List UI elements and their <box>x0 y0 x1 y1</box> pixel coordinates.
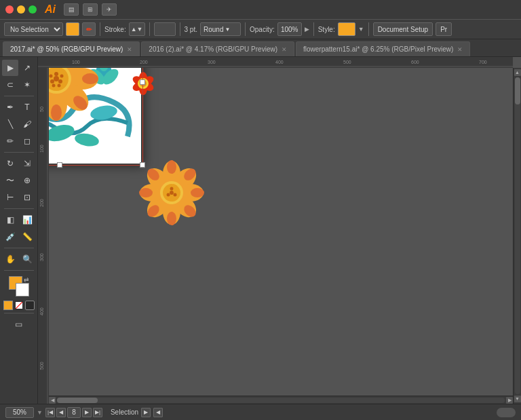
scroll-right-button[interactable]: ▶ <box>506 397 513 404</box>
minimize-button[interactable] <box>17 5 25 14</box>
scroll-left-button[interactable]: ◀ <box>49 397 56 404</box>
pr-button[interactable]: Pr <box>436 22 452 36</box>
line-tool[interactable]: ╲ <box>2 116 18 132</box>
stroke-indicator[interactable] <box>14 301 24 310</box>
prev-page-button[interactable]: ◀ <box>56 408 66 417</box>
stroke-width-stepper[interactable]: ▲ ▼ <box>129 22 145 36</box>
svg-point-39 <box>51 104 62 121</box>
statusbar: ▼ |◀ ◀ ▶ ▶| Selection ▶ ◀ <box>0 404 521 420</box>
close-button[interactable] <box>5 5 14 14</box>
svg-point-52 <box>52 83 56 87</box>
tool-row-line: ╲ 🖌 <box>2 116 35 132</box>
page-number-input[interactable] <box>67 407 81 418</box>
scale-tool[interactable]: ⇲ <box>19 155 35 172</box>
hand-tool[interactable]: ✋ <box>2 251 18 267</box>
slice-tool[interactable]: ⊢ <box>2 189 18 206</box>
artboard[interactable] <box>38 57 141 164</box>
chart-tool[interactable]: 📊 <box>19 212 35 228</box>
style-swatch[interactable] <box>338 22 355 36</box>
paintbrush-tool[interactable]: 🖌 <box>19 116 35 132</box>
send-icon[interactable]: ✈ <box>102 3 117 16</box>
traffic-lights <box>5 5 37 14</box>
svg-text:200: 200 <box>39 199 44 207</box>
style-expand[interactable]: ▼ <box>358 26 364 33</box>
preview-toggle[interactable] <box>497 408 516 417</box>
titlebar: Ai ▤ ⊞ ✈ <box>0 0 521 19</box>
tool-sep-2 <box>4 152 34 153</box>
tool-sep-5 <box>4 270 34 271</box>
screen-mode-tool[interactable]: ▭ <box>4 316 34 332</box>
maximize-button[interactable] <box>28 5 37 14</box>
canvas-area[interactable]: 100 200 300 400 500 600 700 50 100 200 3… <box>38 57 521 404</box>
round-dropdown[interactable]: Round ▼ <box>200 22 241 36</box>
svg-text:700: 700 <box>479 60 487 64</box>
svg-point-148 <box>167 212 176 225</box>
svg-point-154 <box>170 191 174 195</box>
svg-text:200: 200 <box>140 60 148 64</box>
flower-bottomright <box>138 159 206 228</box>
lasso-tool[interactable]: ⊂ <box>2 77 18 93</box>
status-right <box>497 408 516 417</box>
stroke-icon[interactable]: ✏ <box>82 22 96 36</box>
tab-2-close[interactable]: ✕ <box>457 46 463 53</box>
select-tool[interactable]: ▶ <box>2 60 18 76</box>
svg-point-51 <box>58 83 61 87</box>
measure-tool[interactable]: 📏 <box>19 229 35 245</box>
pen-tool[interactable]: ✒ <box>2 99 18 115</box>
magic-wand-tool[interactable]: ✶ <box>19 77 35 93</box>
tab-1-close[interactable]: ✕ <box>282 46 287 53</box>
rotate-tool[interactable]: ↻ <box>2 155 18 172</box>
stroke-color[interactable] <box>16 283 29 297</box>
tab-1[interactable]: 2016 (2).ai* @ 4.17% (RGB/GPU Preview) ✕ <box>141 41 294 56</box>
stroke-width-input[interactable] <box>154 22 176 36</box>
document-setup-button[interactable]: Document Setup <box>373 22 433 36</box>
tab-0[interactable]: 2017.ai* @ 50% (RGB/GPU Preview) ✕ <box>3 41 140 56</box>
warp-tool[interactable]: 〜 <box>2 172 18 189</box>
stop-button[interactable]: ◀ <box>153 408 163 417</box>
workspace-icon[interactable]: ⊞ <box>83 3 98 16</box>
fill-color-swatch[interactable] <box>66 22 79 36</box>
play-button[interactable]: ▶ <box>141 408 151 417</box>
zoom-tool[interactable]: 🔍 <box>19 251 35 267</box>
scroll-up-button[interactable]: ▲ <box>514 69 521 76</box>
svg-text:100: 100 <box>72 60 80 64</box>
selection-dropdown[interactable]: No Selection <box>4 22 63 36</box>
zoom-dropdown-arrow[interactable]: ▼ <box>37 409 43 416</box>
scrollbar-vertical[interactable]: ▲ ▼ <box>513 68 521 404</box>
tab-0-close[interactable]: ✕ <box>127 46 132 53</box>
swap-colors-icon[interactable]: ⇄ <box>24 276 29 283</box>
svg-point-144 <box>167 160 176 174</box>
scroll-thumb[interactable] <box>515 77 520 104</box>
none-color[interactable] <box>25 301 35 310</box>
scroll-h-thumb[interactable] <box>57 398 98 403</box>
next-page-button[interactable]: ▶ <box>82 408 92 417</box>
zoom-input[interactable] <box>5 407 34 418</box>
tool-row-slice: ⊢ ⊡ <box>2 189 35 206</box>
eraser-tool[interactable]: ◻ <box>19 133 35 149</box>
direct-select-tool[interactable]: ↗ <box>19 60 35 76</box>
scrollbar-horizontal[interactable]: ◀ ▶ <box>49 396 513 404</box>
svg-point-156 <box>167 193 170 196</box>
separator-6 <box>368 22 369 36</box>
scroll-down-button[interactable]: ▼ <box>514 396 521 402</box>
zoom-crop-tool[interactable]: ⊡ <box>19 189 35 206</box>
tool-row-select: ▶ ↗ <box>2 60 35 76</box>
eyedropper-tool[interactable]: 💉 <box>2 229 18 245</box>
opacity-input[interactable] <box>277 22 302 36</box>
svg-text:100: 100 <box>39 145 44 153</box>
opacity-expand[interactable]: ▶ <box>305 26 309 33</box>
svg-text:500: 500 <box>343 60 351 64</box>
type-tool[interactable]: T <box>19 99 35 115</box>
toolbar-toggle-icon[interactable]: ▤ <box>64 3 79 16</box>
svg-text:400: 400 <box>275 60 284 64</box>
puppet-warp-tool[interactable]: ⊕ <box>19 172 35 189</box>
fill-indicator[interactable] <box>3 301 13 310</box>
first-page-button[interactable]: |◀ <box>45 408 55 417</box>
separator-3 <box>180 22 180 36</box>
gradient-tool[interactable]: ◧ <box>2 212 18 228</box>
tab-2[interactable]: flowerpattern15.ai* @ 6.25% (RGB/Pixel P… <box>296 41 470 56</box>
last-page-button[interactable]: ▶| <box>93 408 102 417</box>
style-label: Style: <box>318 26 335 33</box>
pencil-tool[interactable]: ✏ <box>2 133 18 149</box>
tool-sep-3 <box>4 208 34 209</box>
